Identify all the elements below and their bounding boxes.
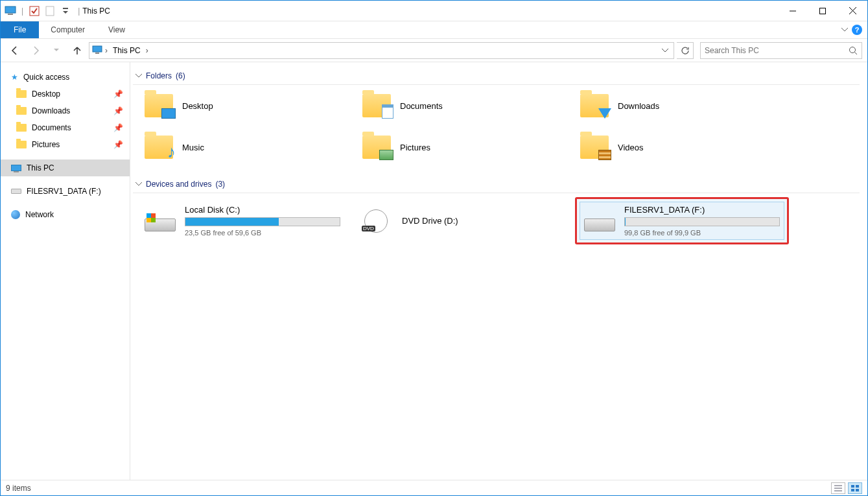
- sidebar-label: Network: [25, 210, 54, 219]
- item-label: Videos: [618, 143, 644, 152]
- address-dropdown-icon[interactable]: [659, 49, 671, 53]
- pin-icon: 📌: [113, 89, 123, 99]
- ribbon-expand-icon[interactable]: [841, 28, 848, 32]
- title-bar: | | This PC: [1, 1, 867, 21]
- folder-videos[interactable]: Videos: [576, 130, 789, 164]
- ribbon-tab-view[interactable]: View: [97, 21, 137, 38]
- search-icon[interactable]: [849, 46, 858, 55]
- hdd-icon: [584, 211, 615, 231]
- address-bar[interactable]: › This PC ›: [89, 42, 674, 59]
- ribbon-tab-file[interactable]: File: [1, 21, 39, 38]
- maximize-button[interactable]: [808, 1, 838, 21]
- item-label: Documents: [400, 101, 443, 111]
- back-button[interactable]: [6, 41, 24, 60]
- group-count: (3): [215, 180, 225, 189]
- group-count: (6): [176, 71, 185, 80]
- qat-pc-icon[interactable]: [3, 4, 18, 18]
- recent-dropdown-icon[interactable]: [47, 41, 65, 60]
- item-label: Desktop: [182, 101, 213, 111]
- svg-point-11: [850, 47, 856, 53]
- sidebar-item-desktop[interactable]: Desktop📌: [1, 86, 130, 102]
- svg-rect-17: [856, 485, 859, 488]
- chevron-right-icon[interactable]: ›: [146, 46, 148, 55]
- sidebar-item-downloads[interactable]: Downloads📌: [1, 102, 130, 119]
- navigation-bar: › This PC ›: [1, 39, 867, 62]
- capacity-bar: [185, 217, 340, 226]
- folder-pictures[interactable]: Pictures: [358, 130, 571, 164]
- group-header-drives[interactable]: Devices and drives (3): [133, 176, 860, 193]
- sidebar-item-pictures[interactable]: Pictures📌: [1, 136, 130, 153]
- search-input[interactable]: [705, 46, 849, 55]
- group-label: Folders: [146, 71, 172, 80]
- sidebar-label: Desktop: [32, 89, 60, 99]
- refresh-button[interactable]: [677, 42, 694, 59]
- close-button[interactable]: [838, 1, 867, 21]
- item-label: Pictures: [400, 143, 430, 152]
- drive-label: DVD Drive (D:): [402, 216, 566, 226]
- qat-new-icon[interactable]: [43, 4, 57, 18]
- chevron-right-icon[interactable]: ›: [105, 46, 108, 55]
- star-icon: ★: [11, 73, 18, 82]
- svg-rect-0: [5, 6, 16, 13]
- pc-icon: [11, 165, 21, 171]
- chevron-down-icon: [135, 182, 142, 186]
- qat-properties-icon[interactable]: [27, 4, 41, 18]
- capacity-text: 99,8 GB free of 99,9 GB: [624, 229, 780, 237]
- sidebar-network[interactable]: Network: [1, 206, 130, 223]
- sidebar-item-documents[interactable]: Documents📌: [1, 119, 130, 136]
- sidebar-label: FILESRV1_DATA (F:): [27, 187, 101, 196]
- group-header-folders[interactable]: Folders (6): [133, 67, 860, 85]
- svg-line-12: [855, 52, 858, 54]
- folder-downloads[interactable]: Downloads: [576, 89, 789, 123]
- view-details-button[interactable]: [831, 482, 845, 494]
- sidebar-quick-access[interactable]: ★ Quick access: [1, 69, 130, 86]
- svg-rect-9: [93, 46, 102, 52]
- view-tiles-button[interactable]: [848, 482, 862, 494]
- status-text: 9 items: [6, 484, 31, 493]
- folder-music[interactable]: ♪ Music: [141, 130, 353, 164]
- pin-icon: 📌: [113, 106, 123, 115]
- navigation-sidebar: ★ Quick access Desktop📌 Downloads📌 Docum…: [1, 62, 130, 480]
- main-content: Folders (6) Desktop Documents Downloads …: [130, 62, 867, 480]
- folder-desktop[interactable]: Desktop: [141, 89, 353, 123]
- sidebar-this-pc[interactable]: This PC: [1, 159, 130, 176]
- folder-icon: [16, 141, 27, 148]
- drive-icon: [11, 189, 21, 194]
- window-title: This PC: [82, 6, 110, 16]
- folder-icon: [362, 136, 391, 159]
- folder-icon: [16, 90, 27, 98]
- sidebar-mapped-drive[interactable]: FILESRV1_DATA (F:): [1, 183, 130, 200]
- network-icon: [11, 210, 20, 219]
- minimize-button[interactable]: [778, 1, 808, 21]
- qat-separator: |: [21, 6, 23, 16]
- drive-dvd-d[interactable]: DVD DVD Drive (D:): [358, 197, 570, 244]
- sidebar-label: Downloads: [32, 106, 70, 115]
- sidebar-label: Documents: [32, 123, 71, 132]
- svg-rect-6: [820, 8, 826, 14]
- capacity-text: 23,5 GB free of 59,6 GB: [185, 229, 349, 237]
- status-bar: 9 items: [1, 480, 867, 495]
- help-icon[interactable]: ?: [852, 25, 862, 35]
- pin-icon: 📌: [113, 140, 123, 149]
- folder-icon: [16, 107, 27, 115]
- folder-documents[interactable]: Documents: [358, 89, 571, 123]
- drive-label: Local Disk (C:): [185, 205, 349, 215]
- drive-filesrv-f[interactable]: FILESRV1_DATA (F:) 99,8 GB free of 99,9 …: [580, 202, 784, 240]
- capacity-bar: [624, 217, 780, 226]
- sidebar-label: Pictures: [32, 140, 60, 149]
- folder-icon: [145, 94, 173, 117]
- breadcrumb-root[interactable]: This PC: [110, 46, 143, 55]
- ribbon-tab-computer[interactable]: Computer: [39, 21, 97, 38]
- qat-dropdown-icon[interactable]: [58, 4, 73, 18]
- forward-button[interactable]: [27, 41, 45, 60]
- drive-label: FILESRV1_DATA (F:): [624, 205, 780, 215]
- item-label: Music: [182, 143, 204, 152]
- svg-rect-18: [851, 489, 854, 491]
- search-box[interactable]: [700, 42, 862, 59]
- item-label: Downloads: [618, 101, 659, 111]
- quick-access-toolbar: |: [1, 4, 75, 18]
- up-button[interactable]: [68, 41, 86, 60]
- svg-rect-19: [856, 489, 859, 491]
- svg-rect-4: [63, 8, 68, 9]
- drive-local-c[interactable]: Local Disk (C:) 23,5 GB free of 59,6 GB: [141, 197, 353, 244]
